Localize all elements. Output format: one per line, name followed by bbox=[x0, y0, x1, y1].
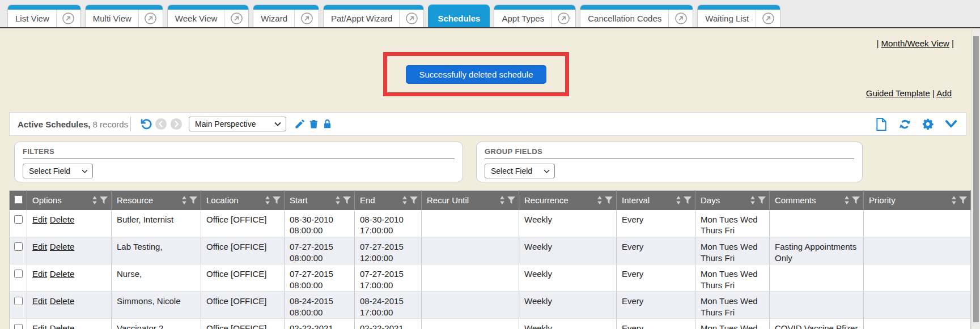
cell-end: 07-27-201517:00:00 bbox=[355, 264, 422, 292]
cell-checkbox bbox=[10, 237, 27, 264]
cell-checkbox bbox=[10, 319, 27, 329]
filter-funnel-icon[interactable] bbox=[852, 196, 860, 204]
add-link[interactable]: Add bbox=[936, 88, 952, 98]
filter-funnel-icon[interactable] bbox=[273, 196, 281, 204]
sort-icon[interactable] bbox=[951, 196, 957, 204]
filter-funnel-icon[interactable] bbox=[410, 196, 418, 204]
column-header-interval[interactable]: Interval bbox=[617, 191, 695, 210]
edit-link[interactable]: Edit bbox=[32, 323, 47, 329]
tab-list-view[interactable]: List View bbox=[7, 5, 81, 27]
vertical-scrollbar[interactable] bbox=[971, 29, 980, 329]
sort-icon[interactable] bbox=[181, 196, 187, 204]
tab-accent-bar bbox=[698, 5, 780, 10]
month-week-view-link[interactable]: Month/Week View bbox=[881, 39, 949, 48]
filter-funnel-icon[interactable] bbox=[343, 196, 351, 204]
column-header-resource[interactable]: Resource bbox=[112, 191, 201, 210]
row-checkbox[interactable] bbox=[14, 324, 23, 329]
tab-wizard[interactable]: Wizard bbox=[253, 5, 319, 27]
settings-gear-icon[interactable] bbox=[921, 117, 935, 131]
filter-funnel-icon[interactable] bbox=[189, 196, 197, 204]
external-link-icon[interactable] bbox=[756, 12, 780, 25]
row-checkbox[interactable] bbox=[14, 215, 23, 224]
cell-location: Office [OFFICE] bbox=[201, 237, 285, 264]
column-header-location[interactable]: Location bbox=[201, 191, 285, 210]
external-link-icon[interactable] bbox=[295, 12, 319, 25]
filter-funnel-icon[interactable] bbox=[507, 196, 515, 204]
edit-link[interactable]: Edit bbox=[32, 296, 47, 306]
group-fields-panel: GROUP FIELDS Select Field bbox=[476, 142, 863, 182]
external-link-icon[interactable] bbox=[551, 12, 575, 25]
tab-label: Schedules bbox=[438, 14, 480, 23]
tab-schedules[interactable]: Schedules bbox=[428, 5, 490, 27]
previous-icon[interactable] bbox=[154, 117, 168, 131]
cell-options: EditDelete bbox=[27, 319, 112, 329]
sort-icon[interactable] bbox=[265, 196, 270, 204]
delete-link[interactable]: Delete bbox=[50, 296, 74, 306]
filters-field-select[interactable]: Select Field bbox=[23, 164, 93, 178]
refresh-icon[interactable] bbox=[898, 117, 911, 131]
tab-week-view[interactable]: Week View bbox=[167, 5, 249, 27]
column-header-days[interactable]: Days bbox=[695, 191, 770, 210]
row-checkbox[interactable] bbox=[14, 270, 23, 278]
cell-priority bbox=[864, 237, 971, 264]
cell-start: 02-22-2021 bbox=[285, 319, 355, 329]
tab-multi-view[interactable]: Multi View bbox=[85, 5, 163, 27]
sort-icon[interactable] bbox=[676, 196, 681, 204]
edit-link[interactable]: Edit bbox=[32, 242, 47, 251]
external-link-icon[interactable] bbox=[669, 12, 693, 25]
column-header-start[interactable]: Start bbox=[285, 191, 355, 210]
sort-icon[interactable] bbox=[844, 196, 850, 204]
cell-interval: Every bbox=[617, 292, 695, 319]
next-icon[interactable] bbox=[169, 117, 183, 131]
edit-link[interactable]: Edit bbox=[32, 215, 47, 224]
external-link-icon[interactable] bbox=[57, 12, 80, 25]
filter-funnel-icon[interactable] bbox=[100, 196, 108, 204]
sort-icon[interactable] bbox=[402, 196, 408, 204]
sort-icon[interactable] bbox=[499, 196, 505, 204]
collapse-chevron-icon[interactable] bbox=[944, 117, 958, 131]
column-header-end[interactable]: End bbox=[355, 191, 422, 210]
sort-icon[interactable] bbox=[335, 196, 341, 204]
sort-icon[interactable] bbox=[92, 196, 97, 204]
delete-link[interactable]: Delete bbox=[50, 242, 74, 251]
column-header-recur-until[interactable]: Recur Until bbox=[422, 191, 519, 210]
column-header-comments[interactable]: Comments bbox=[770, 191, 864, 210]
tab-waiting-list[interactable]: Waiting List bbox=[697, 5, 780, 27]
undo-icon[interactable] bbox=[139, 117, 152, 131]
delete-perspective-trash-icon[interactable] bbox=[307, 117, 320, 131]
select-all-checkbox[interactable] bbox=[14, 195, 23, 204]
column-header-recurrence[interactable]: Recurrence bbox=[519, 191, 617, 210]
delete-link[interactable]: Delete bbox=[50, 323, 74, 329]
tab-pat-appt-wizard[interactable]: Pat/Appt Wizard bbox=[323, 5, 424, 27]
filters-field-select-value: Select Field bbox=[29, 166, 70, 176]
edit-perspective-pencil-icon[interactable] bbox=[293, 117, 307, 131]
cell-resource: Simmons, Nicole bbox=[112, 292, 201, 319]
lock-icon[interactable] bbox=[320, 117, 334, 131]
column-header-options[interactable]: Options bbox=[27, 191, 112, 210]
sort-icon[interactable] bbox=[750, 196, 756, 204]
edit-link[interactable]: Edit bbox=[32, 269, 47, 279]
tab-appt-types[interactable]: Appt Types bbox=[494, 5, 576, 27]
filter-funnel-icon[interactable] bbox=[758, 196, 766, 204]
delete-link[interactable]: Delete bbox=[50, 269, 74, 279]
tab-accent-bar bbox=[168, 5, 248, 10]
external-link-icon[interactable] bbox=[400, 12, 423, 25]
chevron-down-icon bbox=[544, 169, 550, 173]
guided-template-link[interactable]: Guided Template bbox=[866, 88, 930, 98]
external-link-icon[interactable] bbox=[139, 12, 163, 25]
perspective-select[interactable]: Main Perspective bbox=[189, 117, 286, 131]
row-checkbox[interactable] bbox=[14, 297, 23, 305]
filter-funnel-icon[interactable] bbox=[959, 196, 967, 204]
new-document-icon[interactable] bbox=[875, 117, 888, 131]
tab-cancellation-codes[interactable]: Cancellation Codes bbox=[580, 5, 693, 27]
filter-funnel-icon[interactable] bbox=[684, 196, 691, 204]
filter-funnel-icon[interactable] bbox=[605, 196, 613, 204]
group-fields-field-select[interactable]: Select Field bbox=[485, 164, 555, 178]
delete-link[interactable]: Delete bbox=[50, 215, 74, 224]
row-checkbox[interactable] bbox=[14, 242, 23, 251]
scrollbar-thumb[interactable] bbox=[973, 36, 979, 322]
external-link-icon[interactable] bbox=[224, 12, 248, 25]
column-header-priority[interactable]: Priority bbox=[864, 191, 971, 210]
sort-icon[interactable] bbox=[597, 196, 603, 204]
cell-start: 08-30-201008:00:00 bbox=[285, 210, 355, 237]
